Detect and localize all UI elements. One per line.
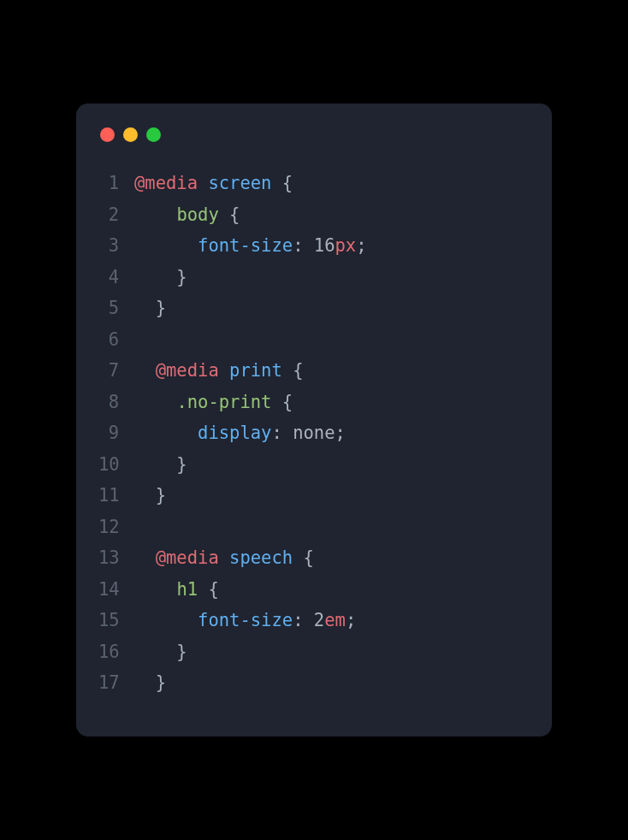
token-key: @media [156,547,219,568]
line-number: 15 [98,605,134,636]
line-number: 4 [98,262,134,293]
token-punct: } [134,642,187,662]
token-punct: : [293,235,314,256]
token-punct [134,547,156,568]
code-line: 3 font-size: 16px; [98,230,530,261]
token-punct [134,392,176,412]
line-content: @media screen { [134,168,293,198]
token-key: @media [134,173,198,193]
code-line: 2 body { [98,199,530,230]
line-number: 9 [98,417,134,448]
zoom-icon[interactable] [146,127,161,142]
token-ident: font-size [198,610,293,630]
line-content: .no-print { [134,387,293,417]
token-punct [134,204,176,225]
line-content: @media speech { [134,542,314,573]
code-line: 1@media screen { [98,168,530,198]
code-line: 13 @media speech { [98,542,530,573]
token-punct [219,360,229,381]
code-block[interactable]: 1@media screen {2 body {3 font-size: 16p… [98,168,530,698]
token-punct: } [134,267,187,287]
token-punct [134,579,176,600]
token-punct: { [198,579,219,600]
close-icon[interactable] [100,127,115,142]
token-punct: ; [346,610,356,630]
token-punct [219,547,229,568]
token-num: 16 [314,235,335,256]
code-line: 9 display: none; [98,417,530,448]
token-punct: { [271,392,293,412]
token-punct: } [134,298,166,318]
token-punct [198,173,208,193]
line-number: 12 [98,512,134,542]
token-key: px [335,235,357,256]
token-punct: : none; [271,423,345,443]
line-content: } [134,667,166,698]
token-sel: body [176,204,218,225]
line-content: font-size: 2em; [134,605,356,636]
code-line: 15 font-size: 2em; [98,605,530,636]
token-punct: } [134,454,187,475]
line-number: 6 [98,324,134,355]
line-number: 13 [98,542,134,573]
token-num: 2 [314,610,324,630]
token-ident: font-size [198,235,293,256]
code-line: 5 } [98,293,530,323]
code-line: 6 [98,324,530,355]
line-content: h1 { [134,574,219,605]
token-sel: h1 [176,579,198,600]
token-punct: : [293,610,314,630]
token-ident: display [198,423,271,443]
line-content: display: none; [134,417,346,448]
token-punct: { [282,360,304,381]
line-content: } [134,636,187,667]
line-content: @media print { [134,355,304,386]
line-number: 7 [98,355,134,386]
line-number: 11 [98,480,134,511]
token-sel: .no-print [176,392,271,412]
code-line: 4 } [98,262,530,293]
token-punct: { [219,204,240,225]
token-punct [134,360,156,381]
line-number: 2 [98,199,134,230]
line-number: 3 [98,230,134,261]
line-content: } [134,449,187,480]
line-content: } [134,262,187,293]
token-ident: screen [208,173,271,193]
code-line: 10 } [98,449,530,480]
token-punct [134,235,198,256]
line-content: font-size: 16px; [134,230,367,261]
code-line: 8 .no-print { [98,387,530,417]
line-content: body { [134,199,240,230]
line-number: 14 [98,574,134,605]
minimize-icon[interactable] [123,127,138,142]
code-line: 14 h1 { [98,574,530,605]
token-ident: print [229,360,282,381]
line-content: } [134,480,166,511]
token-punct: { [293,547,314,568]
code-line: 16 } [98,636,530,667]
line-number: 10 [98,449,134,480]
token-key: @media [156,360,219,381]
code-editor-window: 1@media screen {2 body {3 font-size: 16p… [76,104,552,736]
window-controls [100,127,530,142]
token-punct [134,610,198,630]
line-number: 8 [98,387,134,417]
token-punct [134,423,198,443]
code-line: 11 } [98,480,530,511]
line-number: 5 [98,293,134,323]
token-punct: { [271,173,293,193]
code-line: 7 @media print { [98,355,530,386]
line-number: 1 [98,168,134,198]
line-number: 17 [98,667,134,698]
token-ident: speech [229,547,293,568]
line-content: } [134,293,166,323]
token-key: em [324,610,346,630]
code-line: 17 } [98,667,530,698]
token-punct: } [134,485,166,506]
line-number: 16 [98,636,134,667]
token-punct: } [134,672,166,693]
code-line: 12 [98,512,530,542]
token-punct: ; [356,235,366,256]
